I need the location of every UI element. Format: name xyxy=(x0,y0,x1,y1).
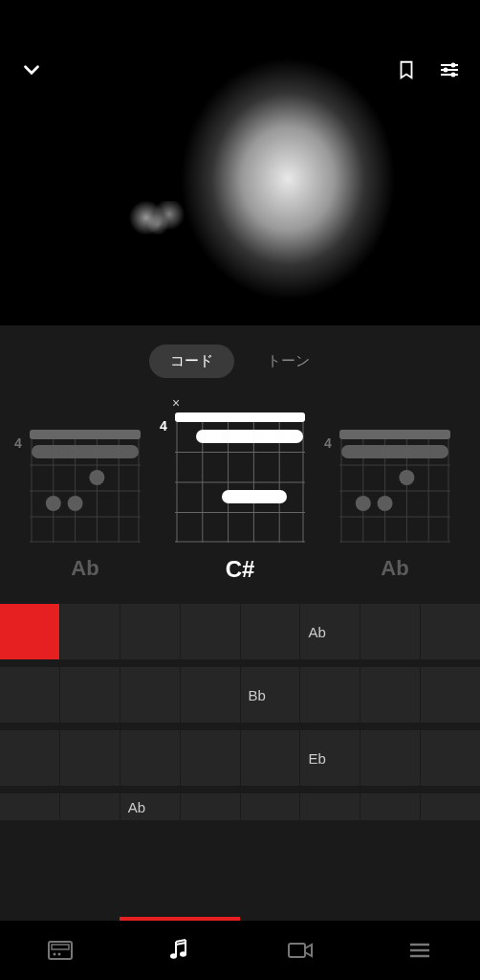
progress-cell[interactable] xyxy=(300,793,360,820)
music-note-icon xyxy=(168,938,191,963)
fretboard-grid xyxy=(30,439,141,543)
svg-point-51 xyxy=(180,951,186,957)
progress-row[interactable]: Eb xyxy=(0,730,480,786)
progress-cell[interactable] xyxy=(360,793,421,820)
svg-rect-47 xyxy=(52,945,69,949)
video-player[interactable] xyxy=(0,0,480,325)
progress-cell[interactable] xyxy=(241,604,301,659)
svg-rect-30 xyxy=(196,430,303,443)
svg-point-5 xyxy=(451,73,456,78)
progress-cell[interactable] xyxy=(60,793,120,820)
progress-row[interactable]: Bb xyxy=(0,667,480,723)
bottom-nav xyxy=(0,921,480,980)
nav-music[interactable] xyxy=(120,921,241,980)
progress-cell[interactable] xyxy=(60,730,120,786)
collapse-button[interactable] xyxy=(19,57,44,86)
tab-tone[interactable]: トーン xyxy=(246,345,331,378)
fretboard-grid xyxy=(339,439,450,543)
video-icon xyxy=(287,941,314,960)
progress-cell[interactable] xyxy=(300,667,360,723)
svg-point-49 xyxy=(57,953,60,956)
progress-cell[interactable] xyxy=(181,604,241,659)
svg-rect-16 xyxy=(32,445,139,458)
svg-rect-52 xyxy=(289,944,305,957)
progress-cell[interactable] xyxy=(181,730,241,786)
progress-cell[interactable] xyxy=(60,604,120,659)
video-thumbnail xyxy=(0,0,480,325)
svg-point-3 xyxy=(451,63,456,68)
svg-point-18 xyxy=(46,496,61,511)
progress-cell[interactable] xyxy=(421,730,480,786)
progress-cell[interactable] xyxy=(60,667,120,723)
progress-cell[interactable] xyxy=(360,604,421,659)
top-controls xyxy=(0,57,480,86)
progress-cell[interactable] xyxy=(181,793,241,820)
progress-cell[interactable] xyxy=(120,730,181,786)
progress-row[interactable]: Ab xyxy=(0,793,480,820)
progress-cell[interactable] xyxy=(0,667,60,723)
bookmark-button[interactable] xyxy=(396,59,417,84)
mute-mark: × xyxy=(172,395,180,411)
chord-name-label: Ab xyxy=(381,556,408,581)
bookmark-icon xyxy=(396,59,417,80)
settings-button[interactable] xyxy=(438,58,461,85)
amp-icon xyxy=(47,940,74,961)
progress-cell[interactable] xyxy=(421,793,480,820)
fret-number: 4 xyxy=(14,435,22,451)
tab-chord[interactable]: コード xyxy=(149,345,234,378)
chord-name-label: Ab xyxy=(71,556,98,581)
progress-cell[interactable] xyxy=(0,793,60,820)
nav-video[interactable] xyxy=(240,921,360,980)
sliders-icon xyxy=(438,58,461,81)
progress-cell[interactable] xyxy=(241,793,301,820)
svg-point-17 xyxy=(89,470,104,485)
progress-cell[interactable] xyxy=(120,667,181,723)
chevron-down-icon xyxy=(19,57,44,82)
progress-cell[interactable] xyxy=(120,604,181,659)
chord-next[interactable]: 4 xyxy=(317,401,472,583)
progress-cell[interactable] xyxy=(0,730,60,786)
progress-cell[interactable]: Ab xyxy=(300,604,360,659)
svg-rect-42 xyxy=(341,445,448,458)
progress-cell[interactable]: Eb xyxy=(300,730,360,786)
menu-icon xyxy=(408,941,431,960)
chord-progress-grid[interactable]: Ab Bb Eb Ab xyxy=(0,604,480,820)
progress-cell[interactable] xyxy=(421,604,480,659)
progress-cell[interactable] xyxy=(0,604,60,659)
progress-cell[interactable] xyxy=(181,667,241,723)
progress-cell[interactable] xyxy=(241,730,301,786)
fretboard-grid xyxy=(175,422,305,543)
progress-cell[interactable] xyxy=(360,730,421,786)
progress-cell[interactable]: Bb xyxy=(241,667,301,723)
nav-amp[interactable] xyxy=(0,921,120,980)
svg-point-50 xyxy=(170,953,177,959)
svg-point-44 xyxy=(356,496,371,511)
svg-point-4 xyxy=(444,68,448,73)
fret-number: 4 xyxy=(160,418,167,434)
mode-tabs: コード トーン xyxy=(0,325,480,401)
nav-menu[interactable] xyxy=(360,921,481,980)
chord-diagrams-strip: 4 xyxy=(0,401,480,583)
chord-current[interactable]: × 4 xyxy=(163,401,317,583)
svg-point-48 xyxy=(53,953,55,956)
progress-cell[interactable]: Ab xyxy=(120,793,181,820)
chord-prev[interactable]: 4 xyxy=(8,401,163,583)
progress-cell[interactable] xyxy=(421,667,480,723)
fret-number: 4 xyxy=(324,435,332,451)
svg-point-45 xyxy=(378,496,393,511)
progress-row[interactable]: Ab xyxy=(0,604,480,659)
svg-rect-31 xyxy=(222,490,287,503)
svg-point-19 xyxy=(68,496,83,511)
svg-point-43 xyxy=(399,470,414,485)
progress-cell[interactable] xyxy=(360,667,421,723)
chord-name-label: C# xyxy=(226,556,255,583)
